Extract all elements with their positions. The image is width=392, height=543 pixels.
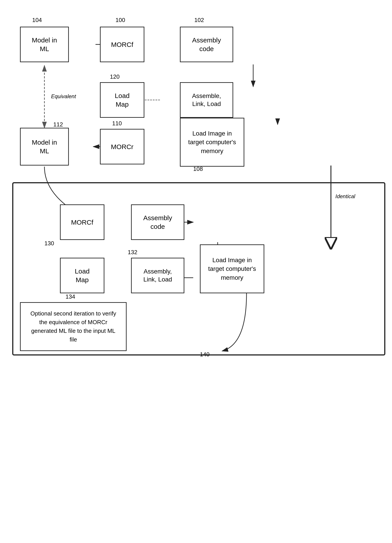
assembly-code-inner: Assemblycode [131,204,184,240]
id-104: 104 [32,17,42,23]
id-102: 102 [194,17,204,23]
id-140: 140 [200,351,209,358]
id-130: 130 [45,240,54,247]
morcf-top: MORCf [100,27,144,62]
diagram: 104 100 102 120 112 110 108 Equivalent I… [0,0,392,543]
id-112: 112 [53,121,63,128]
assembly-code-top: Assemblycode [180,27,233,62]
id-120: 120 [110,73,119,80]
load-map-top: LoadMap [100,82,144,118]
equivalent-label: Equivalent [51,93,76,100]
id-134: 134 [66,293,75,300]
id-110: 110 [112,120,122,127]
assembly-link-load-inner: Assembly,Link, Load [131,258,184,293]
model-in-ml-bottom: Model inML [20,128,69,165]
optional-box: Optional second iteration to verifythe e… [20,302,127,351]
load-map-inner: LoadMap [60,258,104,293]
load-image-top: Load Image intarget computer'smemory [180,118,244,167]
id-100: 100 [116,17,125,23]
assemble-link-load-top: Assemble,Link, Load [180,82,233,118]
load-image-inner: Load Image intarget computer'smemory [200,244,264,293]
id-132: 132 [128,249,137,256]
morcf-inner: MORCf [60,204,104,240]
morcr-top: MORCr [100,129,144,164]
model-in-ml-top: Model inML [20,27,69,62]
